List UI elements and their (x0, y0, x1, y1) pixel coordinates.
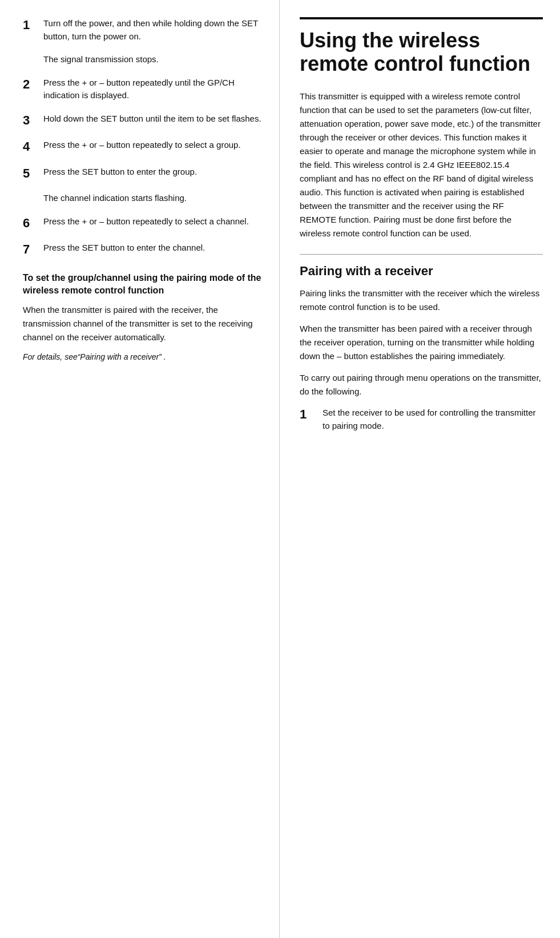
pairing-text-1: Pairing links the transmitter with the r… (300, 287, 543, 314)
pairing-mode-heading: To set the group/channel using the pairi… (23, 272, 262, 297)
step-5-number: 5 (23, 166, 39, 182)
pairing-mode-italic-note: For details, see“Pairing with a receiver… (23, 351, 262, 363)
pairing-text-2: When the transmitter has been paired wit… (300, 322, 543, 363)
step-2-number: 2 (23, 77, 39, 93)
step-3-number: 3 (23, 112, 39, 129)
pairing-section-title: Pairing with a receiver (300, 264, 543, 279)
step-5-note: The channel indication starts flashing. (43, 192, 262, 205)
step-4-number: 4 (23, 139, 39, 155)
step-2-text: Press the + or – button repeatedly until… (43, 77, 262, 102)
step-2: 2 Press the + or – button repeatedly unt… (23, 77, 262, 102)
step-3-text: Hold down the SET button until the item … (43, 112, 262, 126)
top-border-accent (300, 17, 543, 19)
section-divider (300, 254, 543, 255)
step-5: 5 Press the SET button to enter the grou… (23, 166, 262, 182)
main-title: Using the wireless remote control functi… (300, 29, 543, 76)
right-step-1-number: 1 (300, 406, 318, 423)
step-4: 4 Press the + or – button repeatedly to … (23, 139, 262, 155)
step-4-text: Press the + or – button repeatedly to se… (43, 139, 262, 152)
step-3: 3 Hold down the SET button until the ite… (23, 112, 262, 129)
pairing-text-3: To carry out pairing through menu operat… (300, 371, 543, 398)
step-1-note: The signal transmission stops. (43, 53, 262, 66)
left-column: 1 Turn off the power, and then while hol… (0, 0, 280, 938)
intro-text: This transmitter is equipped with a wire… (300, 90, 543, 240)
right-column: Using the wireless remote control functi… (280, 0, 560, 938)
step-7: 7 Press the SET button to enter the chan… (23, 241, 262, 258)
step-7-number: 7 (23, 241, 39, 258)
right-step-1: 1 Set the receiver to be used for contro… (300, 406, 543, 432)
step-6-text: Press the + or – button repeatedly to se… (43, 215, 262, 228)
pairing-mode-body: When the transmitter is paired with the … (23, 303, 262, 344)
right-step-1-text: Set the receiver to be used for controll… (323, 406, 543, 432)
step-6-number: 6 (23, 215, 39, 232)
step-6: 6 Press the + or – button repeatedly to … (23, 215, 262, 232)
step-7-text: Press the SET button to enter the channe… (43, 241, 262, 255)
step-1-text: Turn off the power, and then while holdi… (43, 17, 262, 43)
step-1-number: 1 (23, 17, 39, 34)
step-1: 1 Turn off the power, and then while hol… (23, 17, 262, 43)
step-5-text: Press the SET button to enter the group. (43, 166, 262, 179)
